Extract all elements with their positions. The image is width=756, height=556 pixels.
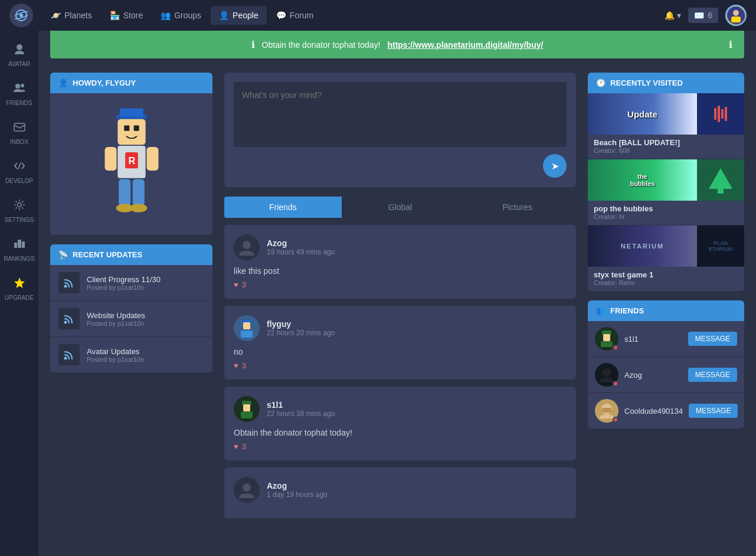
update-title-1: Website Updates [87,311,145,320]
banner-link[interactable]: https://www.planetarium.digital/my/buy/ [387,40,543,50]
post-user-info-3: Azog 1 day 19 hours ago [267,481,567,499]
svg-marker-41 [709,168,732,189]
recently-img-right-2: PLANETARIUM [697,225,744,267]
content-grid: 👤 HOWDY, FLYGUY [50,73,744,525]
friend-avatar-2 [595,399,618,423]
update-text-1: Website Updates Posted by p1xat10n [87,311,145,327]
sidebar-item-friends[interactable]: FRIENDS [0,76,38,112]
nav-people[interactable]: 👤 People [211,6,267,25]
nav-planets-label: Planets [64,11,92,20]
recently-item-creator-0: Creator: 608 [594,147,738,154]
post-username-2: s1l1 [267,400,567,410]
update-item-1[interactable]: Website Updates Posted by p1xat10n [50,301,212,337]
settings-sidebar-icon [13,198,26,214]
recently-item-0[interactable]: Update Beach [ [588,93,744,159]
sidebar-item-develop[interactable]: DEVELOP [0,153,38,190]
update-sub-2: Posted by p1xat10n [87,356,144,363]
recently-img-right-0 [697,93,744,135]
recently-item-info-2: styx test game 1 Creator: Retro [588,267,744,291]
sidebar-item-inbox[interactable]: INBOX [0,115,38,151]
friend-name-0: s1l1 [624,335,682,344]
notifications-bell[interactable]: 🔔 ▾ [665,11,681,20]
recently-visited-card: 🕐 RECENTLY VISITED Update [588,73,744,291]
nav-groups[interactable]: 👥 Groups [152,6,210,25]
logo-button[interactable] [9,4,33,27]
svg-point-7 [15,84,20,89]
post-user-info-1: flyguy 22 hours 20 mins ago [267,319,567,337]
recently-item-info-0: Beach [BALL UPDATE!] Creator: 608 [588,135,744,159]
sidebar: AVATAR FRIENDS INBOX DEVELOP SETTINGS RA… [0,31,38,556]
friend-name-2: Cooldude490134 [624,407,683,416]
banner-icon-right: ℹ [729,39,732,50]
sidebar-item-upgrade[interactable]: UPGRADE [0,270,38,307]
recently-item-1[interactable]: thebubbles pop the bubbles Creator: hi [588,159,744,225]
inbox-sidebar-icon [13,120,26,136]
post-body-1: no [234,347,567,357]
recently-img-1: thebubbles [588,159,744,201]
heart-icon-1[interactable]: ♥ [234,361,238,370]
sidebar-item-avatar[interactable]: AVATAR [0,37,38,73]
friend-message-button-2[interactable]: MESSAGE [689,404,738,418]
develop-sidebar-icon [13,159,26,175]
send-icon: ➤ [551,161,559,172]
svg-point-11 [17,203,21,207]
nav-forum[interactable]: 💬 Forum [268,6,322,25]
sidebar-settings-label: SETTINGS [5,217,34,223]
recently-icon: 🕐 [596,79,606,87]
heart-icon-2[interactable]: ♥ [234,442,238,451]
post-avatar-0[interactable] [234,234,260,260]
recently-img-left-1: thebubbles [588,159,697,201]
sidebar-item-settings[interactable]: SETTINGS [0,192,38,229]
recently-item-info-1: pop the bubbles Creator: hi [588,201,744,225]
tab-global[interactable]: Global [342,197,459,218]
sidebar-item-rankings[interactable]: RANKINGS [0,231,38,268]
nav-planets[interactable]: 🪐 Planets [42,6,100,25]
recently-header: 🕐 RECENTLY VISITED [588,73,744,93]
post-time-1: 22 hours 20 mins ago [267,329,567,337]
character-svg: R [90,105,173,223]
svg-rect-44 [603,334,610,341]
planet-icon: 🪐 [51,11,61,20]
recently-item-creator-1: Creator: hi [594,213,738,220]
post-user-info-2: s1l1 22 hours 38 mins ago [267,400,567,418]
update-item-2[interactable]: Avatar Updates Posted by p1xat10n [50,337,212,372]
post-input[interactable] [234,82,567,147]
upgrade-sidebar-icon [13,276,26,292]
update-text-2: Avatar Updates Posted by p1xat10n [87,347,144,363]
messages-button[interactable]: ✉️ 6 [688,8,718,23]
banner-icon-left: ℹ [251,39,255,50]
svg-rect-36 [241,331,253,338]
update-text-0: Client Progress 11/30 Posted by p1xat10n [87,275,161,291]
howdy-header: 👤 HOWDY, FLYGUY [50,73,212,93]
tab-pictures[interactable]: Pictures [459,197,576,218]
post-avatar-2[interactable] [234,396,260,422]
recently-img-left-2: NETARIUM [588,225,697,267]
tab-friends[interactable]: Friends [224,197,342,218]
svg-point-29 [130,204,147,212]
svg-rect-19 [124,126,129,131]
update-item-0[interactable]: Client Progress 11/30 Posted by p1xat10n [50,265,212,301]
character-display: R [50,93,212,235]
post-likes-count-0: 3 [242,280,246,289]
post-likes-0: ♥ 3 [234,280,567,289]
svg-point-31 [64,321,67,324]
post-avatar-1[interactable] [234,315,260,341]
update-rss-icon-0 [58,272,80,293]
friend-message-button-1[interactable]: MESSAGE [688,368,737,382]
sidebar-avatar-label: AVATAR [8,61,30,67]
update-title-0: Client Progress 11/30 [87,275,161,284]
post-avatar-3[interactable] [234,477,260,503]
sidebar-upgrade-label: UPGRADE [5,295,34,301]
heart-icon-0[interactable]: ♥ [234,280,238,289]
nav-store[interactable]: 🏪 Store [102,6,151,25]
howdy-card: 👤 HOWDY, FLYGUY [50,73,212,235]
avatar-sidebar-icon [13,42,26,58]
svg-point-6 [17,44,22,50]
recently-item-2[interactable]: NETARIUM PLANETARIUM styx test game 1 Cr… [588,225,744,291]
svg-rect-48 [602,408,611,413]
svg-point-8 [21,84,24,87]
post-send-button[interactable]: ➤ [543,154,567,178]
friend-message-button-0[interactable]: MESSAGE [688,332,737,346]
friend-online-dot-1 [613,381,618,387]
user-avatar-button[interactable] [725,5,747,26]
